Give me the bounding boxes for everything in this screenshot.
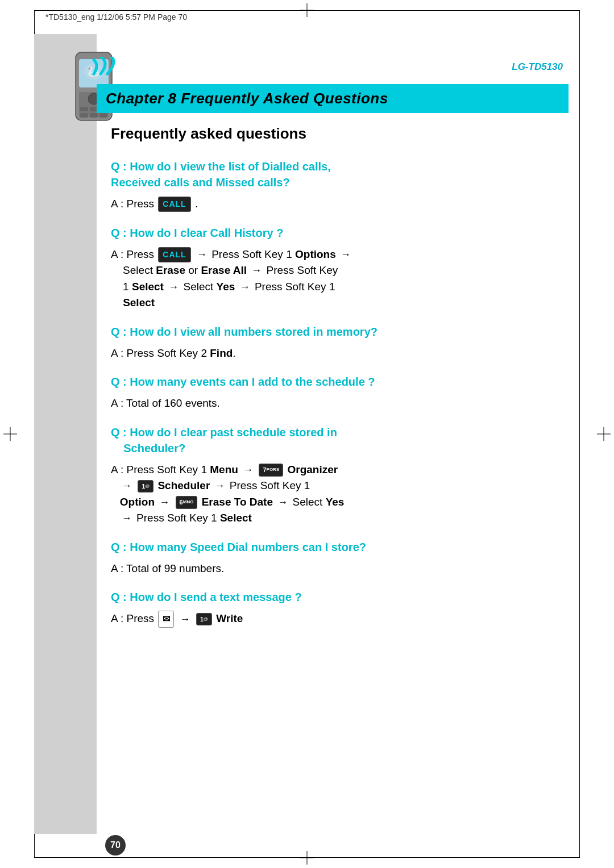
envelope-key: ✉ [158,611,174,628]
arrow-2: → [341,247,351,262]
section-title: Frequently asked questions [111,125,566,143]
answer-5: A : Press Soft Key 1 Menu → 7PORS Organi… [111,462,566,527]
question-6: Q : How many Speed Dial numbers can I st… [111,539,566,555]
arrow-3: → [251,263,262,278]
call-badge-q1: CALL [158,197,190,212]
arrow-10: → [277,495,288,510]
question-3: Q : How do I view all numbers stored in … [111,324,566,340]
key-7pors: 7PORS [259,464,283,477]
answer-4: A : Total of 160 events. [111,395,566,412]
question-2: Q : How do I clear Call History ? [111,225,566,241]
question-7: Q : How do I send a text message ? [111,589,566,605]
arrow-5: → [240,279,250,295]
arrow-11: → [122,511,132,526]
main-content: Frequently asked questions Q : How do I … [111,125,566,828]
arrow-4: → [168,279,179,295]
reg-mark-right [597,427,611,441]
svg-rect-10 [90,113,98,118]
page-number: 70 [105,835,126,856]
header-meta: *TD5130_eng 1/12/06 5:57 PM Page 70 [45,12,187,22]
chapter-title: Chapter 8 Frequently Asked Questions [106,90,388,107]
answer-7: A : Press ✉ → 1@ Write [111,611,566,628]
left-sidebar [34,34,97,834]
question-1: Q : How do I view the list of Dialled ca… [111,158,566,190]
key-1write: 1@ [196,613,212,626]
answer-2: A : Press CALL → Press Soft Key 1 Option… [111,247,566,311]
page-header: *TD5130_eng 1/12/06 5:57 PM Page 70 [45,12,569,22]
question-5: Q : How do I clear past schedule stored … [111,424,566,456]
chapter-banner: Chapter 8 Frequently Asked Questions [97,84,569,113]
arrow-8: → [215,478,225,494]
answer-1: A : Press CALL . [111,196,566,212]
svg-rect-9 [80,113,88,118]
svg-rect-6 [80,107,88,111]
key-6mno: 6MNO [176,496,198,509]
arrow-7: → [122,478,132,494]
key-1at: 1@ [138,480,154,493]
arrow-9: → [159,495,169,510]
call-badge-q2: CALL [158,247,190,262]
svg-rect-11 [99,113,107,118]
answer-6: A : Total of 99 numbers. [111,561,566,577]
border-right [579,10,580,858]
answer-3: A : Press Soft Key 2 Find. [111,345,566,362]
arrow-12: → [180,612,190,627]
reg-mark-bottom [300,851,314,865]
reg-mark-left [3,427,17,441]
question-4: Q : How many events can I add to the sch… [111,374,566,390]
arrow-1: → [197,247,207,262]
model-label: LG-TD5130 [512,61,563,73]
arrow-6: → [243,462,253,478]
